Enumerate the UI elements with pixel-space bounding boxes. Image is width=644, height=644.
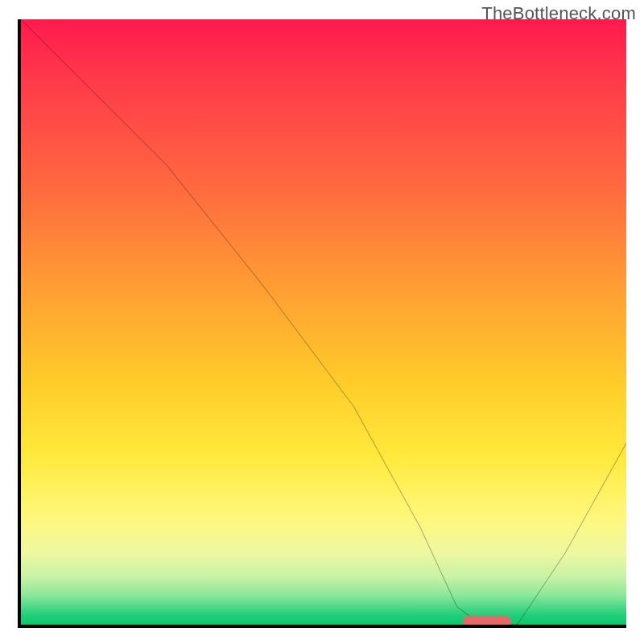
optimal-marker [463, 616, 511, 627]
chart-plot-area [18, 19, 626, 628]
bottleneck-curve [21, 19, 626, 625]
